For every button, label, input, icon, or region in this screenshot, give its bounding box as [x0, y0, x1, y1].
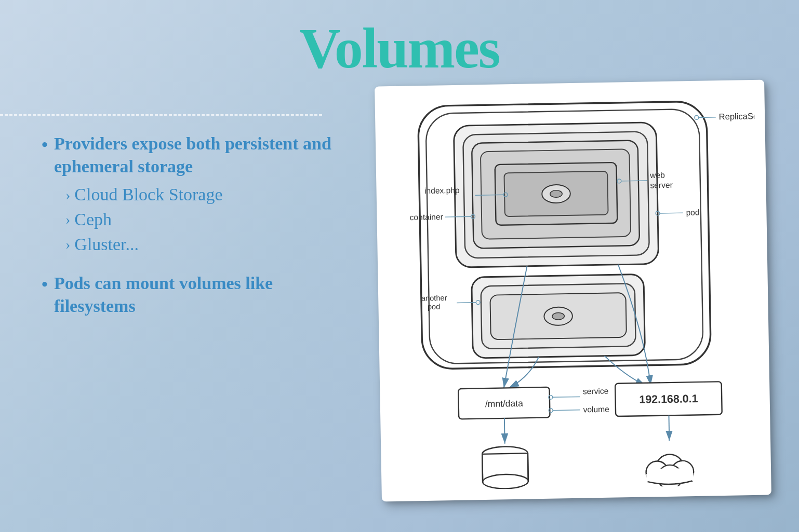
bullet-text-1: Providers expose both persistent and eph… — [54, 132, 343, 178]
svg-line-20 — [660, 213, 683, 213]
bullet-dot-1: • — [42, 133, 48, 156]
sub-bullet-label-2: Ceph — [74, 207, 112, 232]
svg-text:pod: pod — [428, 303, 441, 311]
diagram-container: ReplicaSet index.php web server — [378, 83, 783, 509]
bullet-text-2: Pods can mount volumes like filesystems — [54, 272, 343, 318]
svg-text:server: server — [650, 181, 673, 190]
svg-point-2 — [695, 116, 699, 120]
slide-title-container: Volumes — [0, 16, 799, 81]
sub-bullets-1: › Cloud Block Storage › Ceph › Gluster..… — [65, 182, 343, 256]
diagram-svg: ReplicaSet index.php web server — [385, 90, 761, 491]
svg-line-13 — [475, 195, 504, 195]
svg-line-18 — [445, 216, 471, 217]
svg-line-39 — [528, 453, 528, 481]
svg-line-27 — [457, 303, 476, 303]
another-pod-label: another — [421, 294, 447, 303]
svg-rect-45 — [647, 468, 693, 484]
sub-bullet-label-3: Gluster... — [74, 232, 139, 257]
bullet-main-1: • Providers expose both persistent and e… — [42, 132, 343, 178]
index-php-label: index.php — [424, 186, 460, 195]
svg-line-32 — [553, 397, 580, 397]
service-label: service — [583, 387, 609, 396]
volume-label: volume — [583, 405, 609, 414]
svg-line-38 — [482, 454, 483, 482]
sub-bullet-1-2: › Ceph — [65, 207, 343, 232]
bullet-item-2: • Pods can mount volumes like filesystem… — [42, 272, 343, 318]
bullet-main-2: • Pods can mount volumes like filesystem… — [42, 272, 343, 318]
web-server-label: web — [649, 171, 665, 180]
diagram-paper: ReplicaSet index.php web server — [375, 80, 771, 502]
container-label: container — [410, 212, 443, 222]
svg-point-40 — [483, 474, 528, 489]
sub-arrow-icon-3: › — [65, 234, 70, 254]
pod-label: pod — [686, 208, 699, 216]
ip-label: 192.168.0.1 — [639, 392, 698, 406]
svg-line-3 — [699, 117, 716, 118]
sub-bullet-1-1: › Cloud Block Storage — [65, 182, 343, 207]
svg-line-15 — [621, 181, 647, 181]
mnt-data-label: /mnt/data — [485, 398, 524, 409]
sub-arrow-icon: › — [65, 185, 70, 205]
bullet-item-1: • Providers expose both persistent and e… — [42, 132, 343, 256]
svg-point-25 — [552, 312, 565, 320]
svg-point-11 — [550, 190, 563, 197]
slide-title: Volumes — [0, 16, 799, 81]
sub-bullet-1-3: › Gluster... — [65, 232, 343, 257]
sub-bullet-label-1: Cloud Block Storage — [74, 182, 222, 207]
left-content: • Providers expose both persistent and e… — [42, 132, 343, 334]
sub-arrow-icon-2: › — [65, 209, 70, 229]
bullet-dot-2: • — [42, 273, 48, 296]
replicaset-label: ReplicaSet — [718, 111, 761, 121]
svg-line-34 — [553, 410, 580, 411]
dashed-divider — [0, 114, 322, 116]
